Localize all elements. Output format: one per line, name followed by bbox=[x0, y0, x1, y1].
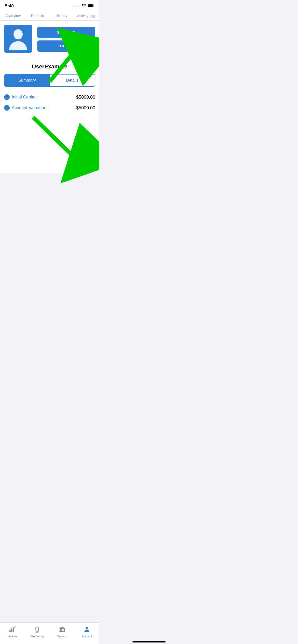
tab-history[interactable]: History bbox=[50, 11, 74, 20]
settings-button[interactable]: SETTINGS bbox=[37, 27, 95, 38]
account-valuation-value: $5000.00 bbox=[76, 105, 95, 111]
signal-icon bbox=[73, 6, 80, 7]
svg-rect-1 bbox=[88, 4, 93, 7]
details-toggle-button[interactable]: Details bbox=[50, 75, 95, 86]
tab-navigation: Overview Portfolio History Activity Log bbox=[0, 11, 99, 21]
initial-capital-info-icon[interactable]: i bbox=[4, 94, 10, 100]
tab-activity-log[interactable]: Activity Log bbox=[74, 11, 99, 20]
initial-capital-row: i Initial Capital: $5000.00 bbox=[4, 92, 95, 103]
delete-account-link[interactable]: Delete account bbox=[37, 54, 95, 60]
tab-portfolio[interactable]: Portfolio bbox=[25, 11, 50, 20]
status-icons bbox=[73, 4, 94, 8]
profile-section: SETTINGS LOG OUT Delete account bbox=[4, 25, 95, 60]
battery-icon bbox=[88, 4, 94, 8]
account-valuation-row: i Account Valuation: $5000.00 bbox=[4, 103, 95, 113]
logout-button[interactable]: LOG OUT bbox=[37, 40, 95, 52]
initial-capital-label: i Initial Capital: bbox=[4, 94, 38, 100]
profile-buttons: SETTINGS LOG OUT Delete account bbox=[37, 25, 95, 60]
username: UserExample bbox=[4, 63, 95, 70]
wifi-icon bbox=[82, 4, 86, 8]
svg-point-2 bbox=[13, 29, 23, 39]
toggle-container: Summary Details bbox=[4, 74, 95, 87]
avatar bbox=[4, 25, 32, 53]
status-time: 5:40 bbox=[5, 4, 14, 9]
svg-line-6 bbox=[33, 117, 80, 163]
account-valuation-label: i Account Valuation: bbox=[4, 105, 48, 111]
summary-toggle-button[interactable]: Summary bbox=[5, 75, 50, 86]
main-content: SETTINGS LOG OUT Delete account UserExam… bbox=[0, 21, 99, 173]
tab-overview[interactable]: Overview bbox=[1, 11, 25, 20]
status-bar: 5:40 bbox=[0, 0, 99, 11]
account-valuation-info-icon[interactable]: i bbox=[4, 105, 10, 111]
initial-capital-value: $5000.00 bbox=[76, 95, 95, 100]
